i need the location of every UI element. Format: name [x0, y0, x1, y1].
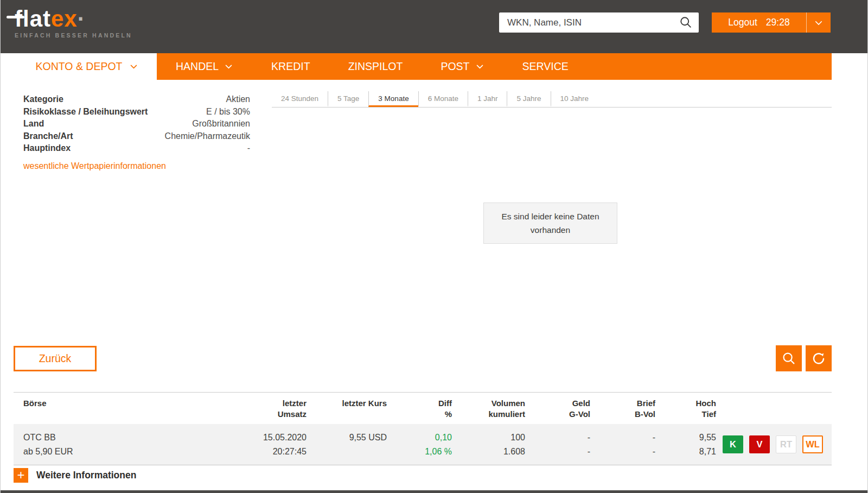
info-row: Land Großbritannien: [23, 118, 250, 130]
column-header-brief: BriefB-Vol: [590, 398, 655, 424]
info-label: Branche/Art: [23, 130, 73, 143]
info-value: Großbritannien: [192, 118, 250, 130]
chart-period-tabs: 24 Stunden 5 Tage 3 Monate 6 Monate 1 Ja…: [272, 91, 832, 108]
nav-item-handel[interactable]: HANDEL: [157, 53, 252, 80]
refresh-button[interactable]: [806, 345, 832, 371]
nav-label: HANDEL: [176, 60, 219, 73]
info-value: -: [247, 142, 250, 155]
column-header-diff: Diff%: [387, 398, 452, 424]
logo-wordmark: flatex·: [15, 7, 132, 31]
column-header-letzter-umsatz: letzterUmsatz: [187, 398, 307, 424]
nav-label: ZINSPILOT: [348, 60, 403, 73]
nav-item-konto-depot[interactable]: KONTO & DEPOT: [17, 53, 157, 80]
chevron-down-icon: [814, 18, 824, 28]
info-value: Chemie/Pharmazeutik: [165, 130, 250, 143]
table-header-row: Börse letzterUmsatz letzter Kurs Diff% V…: [14, 393, 832, 424]
more-information-label: Weitere Informationen: [36, 470, 136, 481]
plus-icon: +: [14, 468, 28, 483]
cell-brief: --: [590, 431, 655, 458]
cell-boerse: OTC BBab 5,90 EUR: [14, 431, 187, 458]
quotes-table: Börse letzterUmsatz letzter Kurs Diff% V…: [14, 392, 832, 465]
chevron-down-icon: [224, 62, 233, 71]
instrument-info-panel: Kategorie Aktien Risikoklasse / Beleihun…: [23, 93, 250, 172]
search-input[interactable]: [507, 17, 678, 28]
column-header-geld: GeldG-Vol: [525, 398, 590, 424]
chevron-down-icon: [129, 62, 138, 71]
instrument-search: [499, 12, 699, 33]
search-icon: [781, 350, 797, 366]
table-search-button[interactable]: [776, 345, 802, 371]
tab-1-jahr[interactable]: 1 Jahr: [468, 91, 507, 107]
logout-label-group: Logout 29:28: [712, 12, 806, 33]
cell-hoch-tief: 9,558,71: [655, 431, 716, 458]
nav-label: KREDIT: [271, 60, 310, 73]
nav-bar: HANDEL KREDIT ZINSPILOT POST SERVICE: [157, 53, 832, 80]
logout-menu-toggle[interactable]: [807, 12, 831, 33]
column-header-hoch-tief: HochTief: [655, 398, 716, 424]
info-value: E / bis 30%: [206, 106, 250, 118]
bottom-edge-bar: [1, 490, 867, 493]
realtime-button[interactable]: RT: [776, 435, 796, 453]
nav-item-service[interactable]: SERVICE: [503, 53, 588, 80]
column-header-actions: [716, 398, 832, 424]
info-label: Risikoklasse / Beleihungswert: [23, 106, 148, 118]
column-header-volumen: Volumenkumuliert: [452, 398, 525, 424]
info-row: Kategorie Aktien: [23, 93, 250, 106]
info-value: Aktien: [226, 93, 250, 106]
cell-actions: K V RT WL: [716, 435, 832, 453]
session-timer: 29:28: [766, 17, 790, 28]
flatex-logo[interactable]: flatex· EINFACH BESSER HANDELN: [15, 7, 132, 39]
wertpapierinformationen-link[interactable]: wesentliche Wertpapierinformationen: [23, 160, 166, 172]
tab-10-jahre[interactable]: 10 Jahre: [551, 91, 598, 107]
buy-button[interactable]: K: [723, 435, 743, 453]
column-header-letzter-kurs: letzter Kurs: [307, 398, 387, 424]
top-header: flatex· EINFACH BESSER HANDELN Logout 29…: [1, 0, 867, 53]
cell-volumen: 1001.608: [452, 431, 525, 458]
nav-item-kredit[interactable]: KREDIT: [252, 53, 329, 80]
page: flatex· EINFACH BESSER HANDELN Logout 29…: [0, 0, 868, 493]
back-button[interactable]: Zurück: [14, 346, 97, 371]
chevron-down-icon: [475, 62, 484, 71]
info-row: Risikoklasse / Beleihungswert E / bis 30…: [23, 106, 250, 118]
info-label: Hauptindex: [23, 142, 71, 155]
more-information-toggle[interactable]: + Weitere Informationen: [14, 468, 136, 483]
cell-geld: --: [525, 431, 590, 458]
refresh-icon: [810, 350, 827, 366]
info-row: Branche/Art Chemie/Pharmazeutik: [23, 130, 250, 143]
search-submit-button[interactable]: [678, 14, 694, 31]
search-icon: [679, 15, 693, 30]
cell-letzter-kurs: 9,55 USD: [307, 431, 387, 445]
sell-button[interactable]: V: [749, 435, 770, 453]
nav-label: POST: [441, 60, 469, 73]
tab-5-jahre[interactable]: 5 Jahre: [507, 91, 550, 107]
watchlist-button[interactable]: WL: [802, 435, 823, 453]
logout-button[interactable]: Logout 29:28: [712, 12, 831, 33]
info-label: Land: [23, 118, 44, 130]
cell-letzter-umsatz: 15.05.202020:27:45: [187, 431, 307, 458]
tab-24-stunden[interactable]: 24 Stunden: [272, 91, 328, 107]
column-header-boerse: Börse: [14, 398, 187, 424]
logout-label: Logout: [728, 17, 757, 28]
logo-f-bar: [7, 16, 24, 18]
logo-tagline: EINFACH BESSER HANDELN: [15, 32, 132, 39]
info-label: Kategorie: [23, 93, 63, 106]
info-row: Hauptindex -: [23, 142, 250, 155]
table-row: OTC BBab 5,90 EUR 15.05.202020:27:45 9,5…: [14, 424, 832, 465]
cell-diff: 0,101,06 %: [387, 431, 452, 458]
chart-no-data-message: Es sind leider keine Daten vorhanden: [483, 203, 617, 244]
main-nav: KONTO & DEPOT HANDEL KREDIT ZINSPILOT PO…: [1, 53, 867, 80]
nav-item-post[interactable]: POST: [422, 53, 503, 80]
nav-label: SERVICE: [522, 60, 569, 73]
tab-6-monate[interactable]: 6 Monate: [418, 91, 468, 107]
tab-3-monate[interactable]: 3 Monate: [368, 91, 418, 107]
nav-item-zinspilot[interactable]: ZINSPILOT: [329, 53, 422, 80]
tab-5-tage[interactable]: 5 Tage: [328, 91, 368, 107]
nav-label: KONTO & DEPOT: [36, 60, 123, 73]
